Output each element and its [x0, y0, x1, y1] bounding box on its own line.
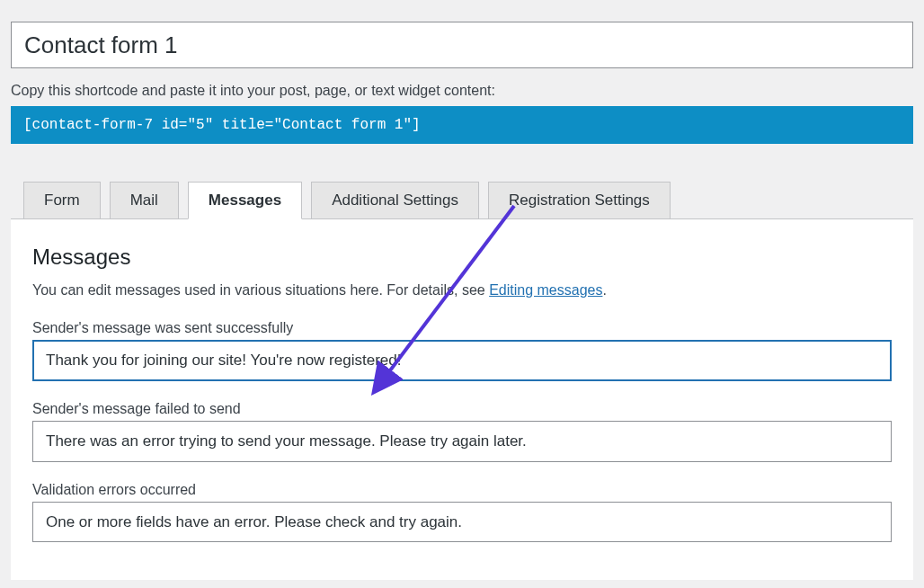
tab-mail[interactable]: Mail — [110, 182, 179, 218]
messages-desc: You can edit messages used in various si… — [32, 282, 892, 298]
field-group-success: Sender's message was sent successfully — [32, 320, 892, 381]
shortcode-box[interactable]: [contact-form-7 id="5" title="Contact fo… — [11, 106, 913, 144]
shortcode-help-text: Copy this shortcode and paste it into yo… — [11, 83, 913, 99]
editing-messages-link[interactable]: Editing messages — [489, 282, 602, 298]
tab-messages[interactable]: Messages — [188, 182, 302, 219]
field-label-validation: Validation errors occurred — [32, 482, 892, 498]
messages-heading: Messages — [32, 245, 892, 270]
field-group-failed: Sender's message failed to send — [32, 401, 892, 462]
tab-registration-settings[interactable]: Registration Settings — [488, 182, 671, 218]
field-group-validation: Validation errors occurred — [32, 482, 892, 543]
field-label-success: Sender's message was sent successfully — [32, 320, 892, 336]
message-validation-input[interactable] — [32, 502, 892, 543]
tab-form[interactable]: Form — [23, 182, 101, 218]
messages-desc-suffix: . — [602, 282, 606, 298]
form-title-input[interactable] — [11, 22, 913, 68]
message-success-input[interactable] — [32, 340, 892, 381]
field-label-failed: Sender's message failed to send — [32, 401, 892, 417]
tabs-bar: Form Mail Messages Additional Settings R… — [23, 182, 913, 218]
message-failed-input[interactable] — [32, 421, 892, 462]
messages-desc-prefix: You can edit messages used in various si… — [32, 282, 489, 298]
tab-additional-settings[interactable]: Additional Settings — [311, 182, 479, 218]
tab-panel-messages: Messages You can edit messages used in v… — [11, 218, 913, 580]
